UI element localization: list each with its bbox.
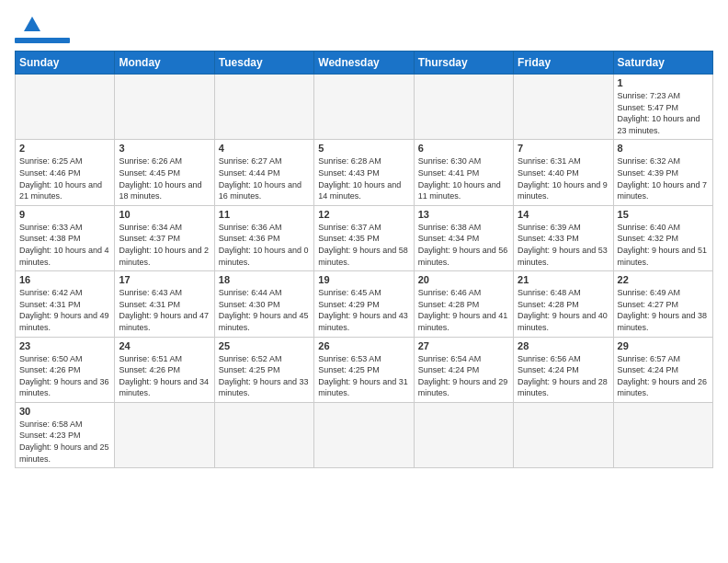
day-number: 26 [318, 340, 409, 351]
calendar-cell [115, 75, 214, 140]
calendar-cell [414, 75, 513, 140]
day-info: Sunrise: 6:25 AMSunset: 4:46 PMDaylight:… [19, 155, 110, 201]
calendar-cell: 9Sunrise: 6:33 AMSunset: 4:38 PMDaylight… [16, 205, 115, 270]
calendar-row-2: 9Sunrise: 6:33 AMSunset: 4:38 PMDaylight… [16, 205, 713, 270]
day-info: Sunrise: 6:54 AMSunset: 4:24 PMDaylight:… [418, 353, 509, 399]
calendar-cell: 8Sunrise: 6:32 AMSunset: 4:39 PMDaylight… [613, 140, 712, 205]
day-number: 21 [518, 274, 609, 285]
calendar-cell: 27Sunrise: 6:54 AMSunset: 4:24 PMDayligh… [414, 337, 513, 402]
calendar-cell: 11Sunrise: 6:36 AMSunset: 4:36 PMDayligh… [214, 205, 313, 270]
logo-bar [15, 38, 70, 43]
day-number: 28 [518, 340, 609, 351]
calendar-cell: 23Sunrise: 6:50 AMSunset: 4:26 PMDayligh… [16, 337, 115, 402]
calendar-cell: 5Sunrise: 6:28 AMSunset: 4:43 PMDaylight… [314, 140, 414, 205]
day-number: 5 [318, 143, 409, 154]
calendar-cell: 20Sunrise: 6:46 AMSunset: 4:28 PMDayligh… [414, 271, 513, 337]
day-info: Sunrise: 7:23 AMSunset: 5:47 PMDaylight:… [618, 90, 709, 136]
calendar-cell [613, 402, 712, 467]
day-number: 24 [119, 340, 210, 351]
header-area [15, 11, 713, 43]
calendar-cell: 28Sunrise: 6:56 AMSunset: 4:24 PMDayligh… [514, 337, 613, 402]
day-info: Sunrise: 6:40 AMSunset: 4:32 PMDaylight:… [618, 222, 709, 268]
calendar-cell [414, 402, 513, 467]
calendar-cell: 26Sunrise: 6:53 AMSunset: 4:25 PMDayligh… [314, 337, 414, 402]
col-header-saturday: Saturday [613, 52, 712, 75]
calendar-cell: 15Sunrise: 6:40 AMSunset: 4:32 PMDayligh… [613, 205, 712, 270]
calendar-row-1: 2Sunrise: 6:25 AMSunset: 4:46 PMDaylight… [16, 140, 713, 205]
calendar-row-5: 30Sunrise: 6:58 AMSunset: 4:23 PMDayligh… [16, 402, 713, 467]
calendar-row-3: 16Sunrise: 6:42 AMSunset: 4:31 PMDayligh… [16, 271, 713, 337]
day-number: 4 [219, 143, 310, 154]
day-info: Sunrise: 6:32 AMSunset: 4:39 PMDaylight:… [618, 155, 709, 201]
day-info: Sunrise: 6:50 AMSunset: 4:26 PMDaylight:… [19, 353, 110, 399]
day-number: 25 [219, 340, 310, 351]
page: SundayMondayTuesdayWednesdayThursdayFrid… [0, 0, 728, 479]
calendar-cell: 24Sunrise: 6:51 AMSunset: 4:26 PMDayligh… [115, 337, 214, 402]
day-info: Sunrise: 6:30 AMSunset: 4:41 PMDaylight:… [418, 155, 509, 201]
day-number: 3 [119, 143, 210, 154]
day-number: 30 [19, 406, 110, 417]
calendar-cell: 12Sunrise: 6:37 AMSunset: 4:35 PMDayligh… [314, 205, 414, 270]
day-number: 27 [418, 340, 509, 351]
day-info: Sunrise: 6:52 AMSunset: 4:25 PMDaylight:… [219, 353, 310, 399]
calendar-cell [115, 402, 214, 467]
day-info: Sunrise: 6:57 AMSunset: 4:24 PMDaylight:… [618, 353, 709, 399]
calendar-cell: 13Sunrise: 6:38 AMSunset: 4:34 PMDayligh… [414, 205, 513, 270]
day-info: Sunrise: 6:27 AMSunset: 4:44 PMDaylight:… [219, 155, 310, 201]
calendar-table: SundayMondayTuesdayWednesdayThursdayFrid… [15, 51, 713, 468]
day-info: Sunrise: 6:34 AMSunset: 4:37 PMDaylight:… [119, 222, 210, 268]
calendar-cell: 1Sunrise: 7:23 AMSunset: 5:47 PMDaylight… [613, 75, 712, 140]
col-header-sunday: Sunday [16, 52, 115, 75]
day-number: 9 [19, 209, 110, 220]
svg-marker-0 [24, 17, 40, 31]
calendar-cell [314, 75, 414, 140]
day-info: Sunrise: 6:51 AMSunset: 4:26 PMDaylight:… [119, 353, 210, 399]
day-info: Sunrise: 6:39 AMSunset: 4:33 PMDaylight:… [518, 222, 609, 268]
col-header-thursday: Thursday [414, 52, 513, 75]
calendar-cell [514, 402, 613, 467]
day-info: Sunrise: 6:48 AMSunset: 4:28 PMDaylight:… [518, 287, 609, 333]
calendar-cell: 18Sunrise: 6:44 AMSunset: 4:30 PMDayligh… [214, 271, 313, 337]
day-number: 14 [518, 209, 609, 220]
day-number: 18 [219, 274, 310, 285]
day-number: 6 [418, 143, 509, 154]
calendar-cell: 3Sunrise: 6:26 AMSunset: 4:45 PMDaylight… [115, 140, 214, 205]
calendar-cell [514, 75, 613, 140]
calendar-cell [16, 75, 115, 140]
calendar-cell: 30Sunrise: 6:58 AMSunset: 4:23 PMDayligh… [16, 402, 115, 467]
calendar-row-0: 1Sunrise: 7:23 AMSunset: 5:47 PMDaylight… [16, 75, 713, 140]
day-info: Sunrise: 6:36 AMSunset: 4:36 PMDaylight:… [219, 222, 310, 268]
day-info: Sunrise: 6:31 AMSunset: 4:40 PMDaylight:… [518, 155, 609, 201]
day-info: Sunrise: 6:56 AMSunset: 4:24 PMDaylight:… [518, 353, 609, 399]
day-number: 17 [119, 274, 210, 285]
day-info: Sunrise: 6:33 AMSunset: 4:38 PMDaylight:… [19, 222, 110, 268]
calendar-cell: 21Sunrise: 6:48 AMSunset: 4:28 PMDayligh… [514, 271, 613, 337]
day-info: Sunrise: 6:49 AMSunset: 4:27 PMDaylight:… [618, 287, 709, 333]
calendar-cell: 2Sunrise: 6:25 AMSunset: 4:46 PMDaylight… [16, 140, 115, 205]
day-number: 15 [618, 209, 709, 220]
day-number: 20 [418, 274, 509, 285]
day-number: 13 [418, 209, 509, 220]
calendar-row-4: 23Sunrise: 6:50 AMSunset: 4:26 PMDayligh… [16, 337, 713, 402]
logo-icon [22, 15, 42, 35]
col-header-friday: Friday [514, 52, 613, 75]
day-info: Sunrise: 6:44 AMSunset: 4:30 PMDaylight:… [219, 287, 310, 333]
calendar-cell: 10Sunrise: 6:34 AMSunset: 4:37 PMDayligh… [115, 205, 214, 270]
calendar-cell [214, 75, 313, 140]
day-info: Sunrise: 6:28 AMSunset: 4:43 PMDaylight:… [318, 155, 409, 201]
day-number: 11 [219, 209, 310, 220]
calendar-cell: 14Sunrise: 6:39 AMSunset: 4:33 PMDayligh… [514, 205, 613, 270]
day-number: 2 [19, 143, 110, 154]
col-header-wednesday: Wednesday [314, 52, 414, 75]
day-number: 10 [119, 209, 210, 220]
calendar-cell: 6Sunrise: 6:30 AMSunset: 4:41 PMDaylight… [414, 140, 513, 205]
logo [15, 11, 70, 43]
day-number: 22 [618, 274, 709, 285]
day-info: Sunrise: 6:42 AMSunset: 4:31 PMDaylight:… [19, 287, 110, 333]
day-number: 29 [618, 340, 709, 351]
day-number: 19 [318, 274, 409, 285]
day-info: Sunrise: 6:26 AMSunset: 4:45 PMDaylight:… [119, 155, 210, 201]
day-info: Sunrise: 6:45 AMSunset: 4:29 PMDaylight:… [318, 287, 409, 333]
day-number: 7 [518, 143, 609, 154]
day-info: Sunrise: 6:46 AMSunset: 4:28 PMDaylight:… [418, 287, 509, 333]
